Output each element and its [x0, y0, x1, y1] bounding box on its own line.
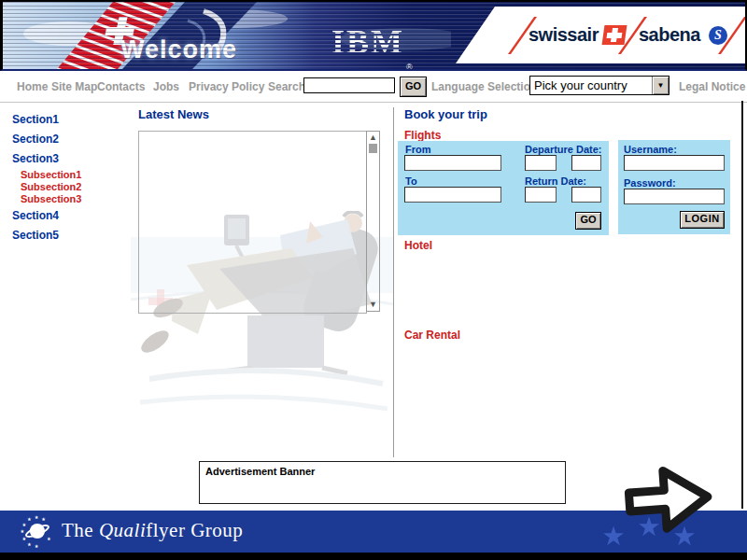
news-scrollbar[interactable]: ▲ ▼: [366, 131, 380, 312]
svg-text:★: ★: [35, 543, 39, 549]
svg-text:★: ★: [47, 536, 51, 541]
nav-site-map[interactable]: Site Map: [51, 80, 97, 93]
sidebar-item-subsection3[interactable]: Subsection3: [21, 193, 81, 204]
welcome-text: Welcome: [120, 35, 237, 64]
dropdown-arrow-icon[interactable]: ▼: [652, 77, 669, 94]
scroll-down-icon[interactable]: ▼: [369, 300, 377, 309]
sidebar-item-section2[interactable]: Section2: [12, 133, 59, 146]
sabena-circle-icon: S: [709, 26, 727, 45]
return-day-input[interactable]: [525, 187, 557, 203]
return-month-input[interactable]: [571, 187, 601, 203]
departure-day-input[interactable]: [525, 155, 557, 171]
bottom-black-bar: [0, 553, 747, 560]
latest-news-title: Latest News: [138, 107, 209, 121]
sidebar-item-section4[interactable]: Section4: [12, 209, 59, 222]
username-input[interactable]: [624, 155, 725, 171]
qualiflyer-logo: ★ ★ ★ ★ ★ ★ ★ ★ ★: [19, 513, 54, 549]
return-date-label: Return Date:: [525, 175, 586, 187]
nav-jobs[interactable]: Jobs: [153, 80, 179, 93]
svg-text:★: ★: [27, 541, 32, 547]
advertisement-banner-label: Advertisement Banner: [200, 462, 565, 477]
sidebar-item-section5[interactable]: Section5: [12, 229, 59, 242]
car-rental-link[interactable]: Car Rental: [404, 329, 460, 342]
password-label: Password:: [624, 177, 676, 189]
latest-news-panel: [138, 131, 367, 314]
book-your-trip-title: Book your trip: [404, 107, 487, 121]
svg-text:★: ★: [575, 547, 599, 553]
nav-home[interactable]: Home: [17, 80, 48, 93]
password-input[interactable]: [624, 189, 725, 204]
header-banner: Welcome IBM® swissair sabena S: [0, 0, 747, 71]
search-input[interactable]: [303, 77, 395, 93]
search-go-button[interactable]: GO: [400, 77, 427, 97]
nav-privacy-policy[interactable]: Privacy Policy: [189, 80, 264, 93]
sidebar-item-subsection2[interactable]: Subsection2: [21, 181, 81, 192]
username-label: Username:: [624, 144, 677, 155]
svg-text:★: ★: [21, 522, 26, 527]
sidebar-item-subsection1[interactable]: Subsection1: [21, 169, 81, 180]
login-box: Username: Password: LOGIN: [618, 140, 730, 234]
page-right-border: [741, 101, 743, 509]
advertisement-banner[interactable]: Advertisement Banner: [199, 461, 566, 504]
top-navbar: Home Site Map Contacts Jobs Privacy Poli…: [0, 73, 747, 103]
to-input[interactable]: [404, 187, 501, 203]
swissair-cross-icon: [601, 25, 627, 45]
svg-text:★: ★: [35, 514, 39, 520]
ibm-logo: IBM®: [331, 22, 413, 71]
content-divider: [393, 107, 394, 457]
scroll-up-icon[interactable]: ▲: [369, 133, 377, 142]
departure-date-label: Departure Date:: [525, 144, 602, 155]
nav-legal-notice[interactable]: Legal Notice: [679, 80, 745, 93]
next-arrow-icon[interactable]: [612, 450, 728, 549]
flights-go-button[interactable]: GO: [575, 212, 601, 230]
hotel-link[interactable]: Hotel: [404, 239, 432, 252]
ibm-registered-mark: ®: [406, 63, 413, 71]
svg-text:★: ★: [27, 516, 32, 522]
nav-contacts[interactable]: Contacts: [97, 80, 145, 93]
language-selection-label: Language Selection: [431, 80, 537, 93]
from-label: From: [405, 144, 431, 155]
sabena-logo: sabena: [639, 24, 700, 46]
airline-logos-panel: swissair sabena S: [456, 7, 747, 63]
scrollbar-thumb[interactable]: [369, 144, 377, 153]
svg-text:★: ★: [20, 528, 24, 534]
departure-month-input[interactable]: [571, 155, 601, 171]
search-label: Search: [268, 80, 305, 93]
sidebar-item-section1[interactable]: Section1: [12, 113, 59, 126]
flights-booking-box: From Departure Date: To Return Date: GO: [398, 141, 609, 235]
flights-link[interactable]: Flights: [404, 129, 441, 142]
country-select-value: Pick your country: [530, 78, 652, 92]
ibm-logo-text: IBM: [331, 22, 404, 62]
login-button[interactable]: LOGIN: [680, 211, 725, 229]
from-input[interactable]: [404, 155, 501, 171]
qualiflyer-group-name: The Qualiflyer Group: [62, 519, 243, 542]
swissair-logo: swissair: [529, 24, 599, 46]
sidebar-item-section3[interactable]: Section3: [12, 152, 59, 165]
country-select[interactable]: Pick your country ▼: [529, 76, 669, 95]
page: Welcome IBM® swissair sabena S Home Site…: [0, 0, 747, 560]
svg-text:★: ★: [41, 516, 46, 522]
to-label: To: [405, 175, 417, 187]
